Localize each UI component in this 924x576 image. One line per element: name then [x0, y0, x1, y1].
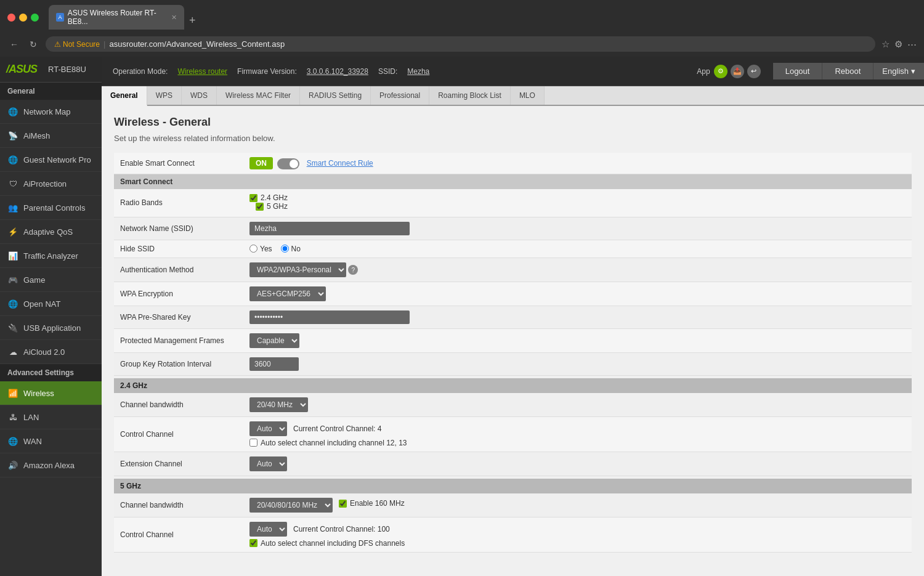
tab-general[interactable]: General	[102, 86, 147, 106]
firmware-value: 3.0.0.6.102_33928	[307, 67, 368, 76]
refresh-button[interactable]: ↻	[27, 37, 39, 52]
network-name-label: Network Name (SSID)	[120, 224, 243, 233]
alexa-icon: 🔊	[7, 460, 18, 471]
band-24ghz-checkbox[interactable]	[249, 194, 257, 202]
auto-select-12-13-checkbox[interactable]	[249, 439, 257, 447]
sidebar-label-traffic: Traffic Analyzer	[23, 251, 78, 261]
auto-select-12-13-label[interactable]: Auto select channel including channel 12…	[249, 439, 906, 447]
sidebar-item-game[interactable]: 🎮 Game	[0, 268, 102, 292]
active-tab[interactable]: A ASUS Wireless Router RT-BE8... ✕	[49, 5, 184, 30]
hide-ssid-yes-radio[interactable]	[249, 245, 257, 253]
favorites-icon[interactable]: ☆	[881, 39, 890, 50]
auth-method-select[interactable]: WPA2/WPA3-Personal	[249, 262, 346, 277]
lan-icon: 🖧	[7, 412, 18, 423]
tab-roaming-block-list[interactable]: Roaming Block List	[429, 86, 511, 105]
band-5ghz-checkbox[interactable]	[256, 203, 264, 211]
traffic-icon: 📊	[7, 250, 18, 261]
sidebar-item-aimesh[interactable]: 📡 AiMesh	[0, 124, 102, 148]
channel-bw-24-row: Channel bandwidth 20/40 MHz	[114, 393, 912, 417]
wpa-key-value	[249, 310, 906, 324]
smart-connect-value: ON Smart Connect Rule	[249, 157, 906, 169]
game-icon: 🎮	[7, 274, 18, 285]
channel-bw-5-select[interactable]: 20/40/80/160 MHz	[249, 498, 333, 513]
band-5ghz-checkbox-label[interactable]: 5 GHz	[256, 202, 288, 211]
extension-channel-value: Auto	[249, 456, 906, 471]
hide-ssid-no-label[interactable]: No	[281, 245, 301, 253]
menu-icon[interactable]: ⋯	[907, 39, 917, 50]
router-topbar: Operation Mode: Wireless router Firmware…	[102, 57, 924, 86]
tab-wps[interactable]: WPS	[147, 86, 182, 105]
sidebar-item-lan[interactable]: 🖧 LAN	[0, 405, 102, 429]
hide-ssid-yes-label[interactable]: Yes	[249, 245, 272, 253]
hide-ssid-value: Yes No	[249, 245, 906, 253]
tab-mlo[interactable]: MLO	[511, 86, 545, 105]
hide-ssid-row: Hide SSID Yes No	[114, 240, 912, 258]
band-24ghz-checkbox-label[interactable]: 2.4 GHz	[249, 193, 906, 202]
close-window-button[interactable]	[7, 14, 15, 22]
sidebar-item-wan[interactable]: 🌐 WAN	[0, 429, 102, 453]
refresh-router-icon[interactable]: ↩	[747, 65, 761, 78]
reboot-button[interactable]: Reboot	[822, 63, 873, 79]
auto-select-dfs-checkbox[interactable]	[249, 539, 257, 547]
ssid-input[interactable]	[249, 222, 410, 235]
logout-button[interactable]: Logout	[773, 63, 823, 79]
ssid-value: Mezha	[407, 67, 429, 76]
tab-wds[interactable]: WDS	[182, 86, 217, 105]
sidebar-item-traffic[interactable]: 📊 Traffic Analyzer	[0, 244, 102, 268]
enable-160mhz-checkbox[interactable]	[339, 500, 347, 508]
sidebar-item-aiprotection[interactable]: 🛡 AiProtection	[0, 172, 102, 196]
settings-icon[interactable]: ⚙	[714, 65, 727, 78]
tab-radius-setting[interactable]: RADIUS Setting	[300, 86, 371, 105]
smart-connect-rule-link[interactable]: Smart Connect Rule	[307, 159, 373, 168]
tab-close-button[interactable]: ✕	[171, 14, 177, 22]
sidebar-item-alexa[interactable]: 🔊 Amazon Alexa	[0, 453, 102, 477]
network-map-icon: 🌐	[7, 106, 18, 117]
upload-icon[interactable]: 📤	[731, 65, 744, 78]
address-box[interactable]: ⚠ Not Secure | asusrouter.com/Advanced_W…	[46, 36, 875, 52]
operation-mode-value[interactable]: Wireless router	[177, 67, 227, 76]
extensions-icon[interactable]: ⚙	[894, 39, 902, 50]
sidebar-item-network-map[interactable]: 🌐 Network Map	[0, 100, 102, 124]
auth-method-help-icon[interactable]: ?	[348, 265, 358, 275]
app-label: App	[697, 67, 710, 76]
pmf-select[interactable]: Capable	[249, 333, 299, 348]
smart-connect-toggle[interactable]	[277, 158, 299, 169]
auto-select-dfs-label[interactable]: Auto select channel including DFS channe…	[249, 539, 906, 548]
sidebar-item-open-nat[interactable]: 🌐 Open NAT	[0, 292, 102, 316]
maximize-window-button[interactable]	[31, 14, 39, 22]
back-button[interactable]: ←	[7, 37, 21, 52]
auth-method-label: Authentication Method	[120, 266, 243, 274]
page-title: Wireless - General	[114, 116, 912, 129]
chevron-down-icon: ▾	[911, 67, 915, 76]
radio-bands-value: 2.4 GHz 5 GHz	[249, 193, 906, 213]
minimize-window-button[interactable]	[19, 14, 27, 22]
control-channel-24-select[interactable]: Auto	[249, 421, 287, 436]
current-control-channel-24: Current Control Channel: 4	[293, 424, 381, 433]
extension-channel-row: Extension Channel Auto	[114, 452, 912, 476]
sidebar-item-wireless[interactable]: 📶 Wireless	[0, 381, 102, 405]
tab-wireless-mac-filter[interactable]: Wireless MAC Filter	[217, 86, 300, 105]
wpa-key-input[interactable]	[249, 310, 410, 324]
sidebar-item-aicloud[interactable]: ☁ AiCloud 2.0	[0, 340, 102, 364]
control-channel-5-row: Control Channel Auto Current Control Cha…	[114, 517, 912, 553]
sidebar-label-alexa: Amazon Alexa	[23, 461, 75, 470]
security-indicator: ⚠ Not Secure	[54, 40, 100, 49]
channel-bw-24-select[interactable]: 20/40 MHz	[249, 397, 308, 412]
hide-ssid-no-radio[interactable]	[281, 245, 289, 253]
aimesh-icon: 📡	[7, 130, 18, 141]
tab-professional[interactable]: Professional	[371, 86, 429, 105]
wpa-encryption-select[interactable]: AES+GCMP256	[249, 286, 326, 301]
control-channel-5-select[interactable]: Auto	[249, 522, 287, 537]
main-content-wrapper: Operation Mode: Wireless router Firmware…	[102, 57, 924, 576]
sidebar-item-usb[interactable]: 🔌 USB Application	[0, 316, 102, 340]
enable-160mhz-label[interactable]: Enable 160 MHz	[339, 499, 405, 508]
extension-channel-select[interactable]: Auto	[249, 456, 287, 471]
smart-connect-status[interactable]: ON	[249, 157, 273, 169]
language-selector[interactable]: English ▾	[873, 63, 924, 79]
radio-bands-label: Radio Bands	[120, 198, 243, 207]
sidebar-item-qos[interactable]: ⚡ Adaptive QoS	[0, 220, 102, 244]
sidebar-item-guest-network[interactable]: 🌐 Guest Network Pro	[0, 148, 102, 172]
group-key-input[interactable]	[249, 357, 299, 371]
sidebar-item-parental[interactable]: 👥 Parental Controls	[0, 196, 102, 220]
new-tab-button[interactable]: +	[184, 12, 201, 30]
